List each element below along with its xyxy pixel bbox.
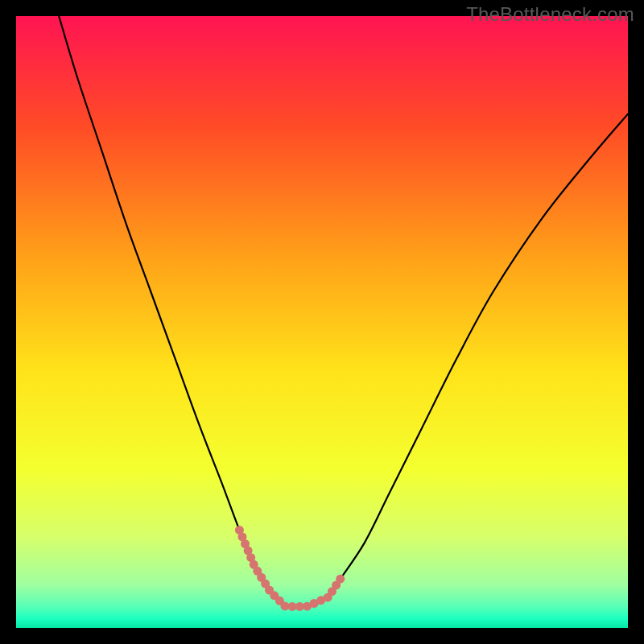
plot-area <box>16 16 628 628</box>
chart-frame: TheBottleneck.com <box>0 0 644 644</box>
plot-svg <box>16 16 628 628</box>
watermark-text: TheBottleneck.com <box>466 3 634 26</box>
gradient-background <box>16 16 628 628</box>
highlight-dot <box>336 575 345 584</box>
